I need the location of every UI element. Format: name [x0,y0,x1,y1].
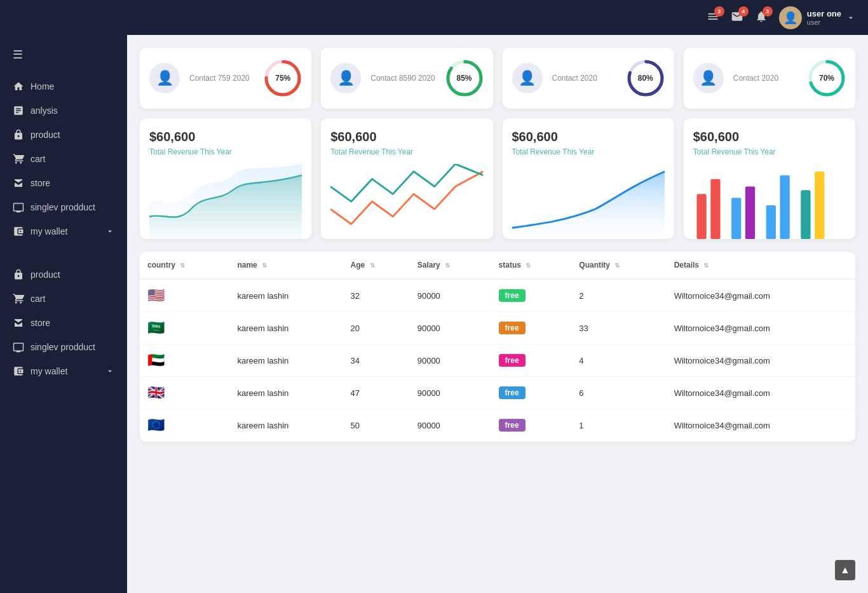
sidebar-item-cart2[interactable]: cart [0,287,127,311]
revenue-amount-3: $60,600 [693,130,846,144]
sidebar-label-product2: product [31,269,60,280]
cell-salary-4: 90000 [410,409,491,442]
cell-age-1: 20 [342,312,409,344]
layout: ☰ Home anlysis product cart store single… [0,35,868,593]
status-badge-1: free [499,322,526,334]
sort-icon-quantity[interactable]: ⇅ [614,262,620,269]
svg-rect-13 [780,175,789,239]
svg-rect-15 [815,172,824,239]
revenue-label-3: Total Revenue This Year [693,147,846,158]
donut-pct-3: 70% [819,74,834,83]
sidebar-label-mywallet2: my wallet [31,366,67,376]
sort-icon-name[interactable]: ⇅ [262,262,267,269]
col-details: Details ⇅ [667,252,855,279]
cell-name-0: kareem lashin [229,279,342,312]
main-content: 👤 Contact 759 2020 75% 👤 Contact 8590 20… [127,35,868,593]
svg-rect-8 [696,194,706,239]
donut-pct-2: 80% [638,74,653,83]
stat-info-3: Contact 2020 [733,73,798,84]
revenue-cards-row: $60,600 Total Revenue This Year $60,600 … [140,118,855,239]
revenue-amount-1: $60,600 [330,130,483,144]
data-table-card: country ⇅ name ⇅ Age ⇅ Salary ⇅ status ⇅… [140,252,855,442]
mail-badge: 4 [738,6,749,17]
sidebar-item-home[interactable]: Home [0,74,127,99]
col-name: name ⇅ [229,252,342,279]
mail-icon-wrap[interactable]: 4 [731,10,743,25]
sidebar-label-home: Home [31,81,54,92]
cell-salary-1: 90000 [410,312,491,344]
cart-icon [13,153,24,165]
bell-badge: 3 [763,6,773,17]
cell-age-4: 50 [342,409,409,442]
sidebar-label-store2: store [31,318,50,328]
cell-status-4: free [491,409,572,442]
user-info: user one user [807,9,841,26]
revenue-card-2: $60,600 Total Revenue This Year [503,118,674,239]
stat-cards-row: 👤 Contact 759 2020 75% 👤 Contact 8590 20… [140,48,855,109]
revenue-label-1: Total Revenue This Year [330,147,483,158]
sidebar-label-cart2: cart [31,294,45,304]
stat-avatar-2: 👤 [512,63,543,93]
revenue-amount-0: $60,600 [149,130,302,144]
sidebar-item-mywallet[interactable]: my wallet [0,219,127,243]
bell-icon-wrap[interactable]: 3 [755,10,768,25]
cell-age-3: 47 [342,377,409,409]
scroll-top-button[interactable]: ▲ [835,560,855,580]
sidebar-item-mywallet2[interactable]: my wallet [0,359,127,383]
revenue-card-3: $60,600 Total Revenue This Year [684,118,855,239]
cell-country-4: 🇪🇺 [140,409,229,442]
stat-card-3: 👤 Contact 2020 70% [684,48,855,109]
chart-icon [13,105,24,116]
cell-country-1: 🇸🇦 [140,312,229,344]
cell-name-2: kareem lashin [229,344,342,377]
cell-details-4: Wiltornoice34@gmail.com [667,409,855,442]
revenue-card-1: $60,600 Total Revenue This Year [321,118,492,239]
col-quantity: Quantity ⇅ [571,252,666,279]
sort-icon-status[interactable]: ⇅ [526,262,531,269]
sidebar-item-product[interactable]: product [0,123,127,147]
sidebar-item-singlev2[interactable]: singlev prodduct [0,335,127,359]
sidebar-item-anlysis[interactable]: anlysis [0,99,127,123]
stat-avatar-1: 👤 [330,63,361,93]
cell-country-3: 🇬🇧 [140,377,229,409]
user-area[interactable]: 👤 user one user [779,6,855,29]
donut-wrap-3: 70% [808,59,846,97]
sidebar-item-cart[interactable]: cart [0,147,127,171]
stat-label-0: Contact 759 2020 [189,73,254,84]
chart-area-2 [512,164,665,239]
sort-icon-details[interactable]: ⇅ [703,262,709,269]
stat-info-1: Contact 8590 2020 [370,73,435,84]
sidebar-item-store[interactable]: store [0,171,127,195]
menu-icon-wrap[interactable]: 3 [707,10,719,25]
svg-rect-10 [731,198,741,239]
stat-card-0: 👤 Contact 759 2020 75% [140,48,311,109]
cell-status-2: free [491,344,572,377]
cart-icon2 [13,293,24,304]
cell-salary-2: 90000 [410,344,491,377]
topnav: 3 4 3 👤 user one user [0,0,868,35]
table-row: 🇪🇺 kareem lashin 50 90000 free 1 Wiltorn… [140,409,855,442]
lock-icon [13,129,24,140]
revenue-amount-2: $60,600 [512,130,665,144]
sort-icon-country[interactable]: ⇅ [180,262,185,269]
revenue-label-0: Total Revenue This Year [149,147,302,158]
status-badge-4: free [499,419,526,432]
menu-badge: 3 [714,6,724,17]
cell-salary-0: 90000 [410,279,491,312]
sidebar-item-product2[interactable]: product [0,262,127,287]
col-age: Age ⇅ [342,252,409,279]
cell-details-1: Wiltornoice34@gmail.com [667,312,855,344]
display-icon [13,201,24,213]
table-row: 🇺🇸 kareem lashin 32 90000 free 2 Wiltorn… [140,279,855,312]
sort-icon-salary[interactable]: ⇅ [445,262,450,269]
col-country: country ⇅ [140,252,229,279]
sort-icon-age[interactable]: ⇅ [370,262,375,269]
sidebar-item-store2[interactable]: store [0,311,127,335]
arrow-down-icon [105,227,114,236]
status-badge-0: free [499,289,526,302]
sidebar-item-singlev[interactable]: singlev prodduct [0,195,127,219]
donut-wrap-0: 75% [264,59,302,97]
stat-card-1: 👤 Contact 8590 2020 85% [321,48,492,109]
sidebar-label-anlysis: anlysis [31,106,58,116]
hamburger-button[interactable]: ☰ [0,48,127,74]
